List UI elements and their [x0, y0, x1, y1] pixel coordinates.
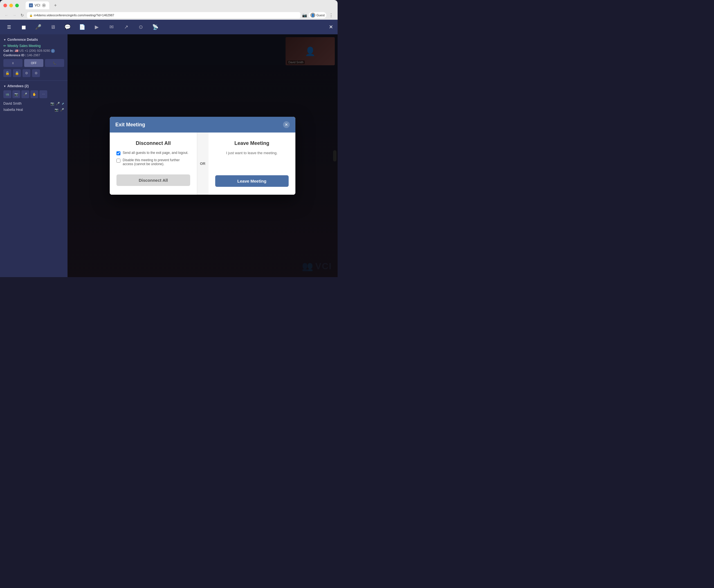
video-ctrl[interactable]: 📹 [3, 90, 11, 98]
attendee-name-david: David Smith [3, 102, 49, 105]
browser-toolbar: ← → ↻ 🔒 m4demo.videoconferencinginfo.com… [0, 11, 338, 20]
app-body: ▼ Conference Details ✏ Weekly Sales Meet… [0, 34, 338, 277]
traffic-light-red[interactable] [3, 4, 7, 7]
disconnect-all-button[interactable]: Disconnect All [117, 174, 190, 186]
video-icon[interactable]: ◼ [19, 22, 28, 31]
send-guests-checkbox[interactable] [117, 151, 120, 155]
control-row-1: ⏸ OFF 📞 [3, 59, 64, 67]
attendees-arrow-icon: ▼ [3, 85, 6, 88]
screen-share-icon[interactable]: 🖥 [48, 22, 57, 31]
hold-button[interactable]: ⏸ [3, 59, 22, 67]
conference-details-title: ▼ Conference Details [3, 38, 64, 42]
modal-header: Exit Meeting ✕ [110, 117, 295, 132]
guest-button[interactable]: 👤 Guest [309, 12, 326, 18]
checkbox-row-1: Send all guests to the exit page, and lo… [117, 151, 190, 155]
edit-icon: ✏ [3, 44, 6, 48]
tab-favicon: V [29, 3, 33, 7]
info-icon[interactable]: i [51, 49, 55, 53]
send-guests-label: Send all guests to the exit page, and lo… [123, 151, 188, 155]
back-button[interactable]: ← [3, 12, 9, 18]
control-row-2: 🔓 🔒 ⚙ ⚙ [3, 69, 64, 77]
attendee-camera-icon-isabella[interactable]: 📷 [55, 108, 59, 112]
main-content: 👤 David Smith 👤 👥 VCI Exit Meeting ✕ [67, 34, 338, 277]
microphone-icon[interactable]: 🎤 [34, 22, 43, 31]
attendees-section: ▼ Attendees (2) 📹 📷 🎤 ✋ ⋯ David Smith 📷 … [0, 81, 67, 116]
call-button[interactable]: 📞 [45, 59, 64, 67]
modal-close-button[interactable]: ✕ [283, 121, 290, 128]
lock-icon: 🔒 [29, 14, 33, 17]
video-off-ctrl[interactable]: 📷 [13, 90, 20, 98]
close-app-button[interactable]: ✕ [329, 24, 333, 30]
conference-id-detail: Conference ID : 146-2987 [3, 54, 64, 57]
meeting-name: ✏ Weekly Sales Meeting [3, 44, 64, 48]
browser-chrome: V VCI × + ← → ↻ 🔒 m4demo.videoconferenci… [0, 0, 338, 20]
add-tab-button[interactable]: + [52, 2, 58, 8]
close-tab-button[interactable]: × [42, 3, 46, 7]
camera-icon: 📷 [302, 13, 307, 17]
modal-title: Exit Meeting [115, 122, 145, 128]
address-bar[interactable]: 🔒 m4demo.videoconferencinginfo.com/meeti… [27, 12, 300, 18]
traffic-light-green[interactable] [15, 4, 19, 7]
modal-body: Disconnect All Send all guests to the ex… [110, 132, 295, 195]
call-in-detail: Call In: 🇺🇸 US +1 (206) 928-9280 i [3, 49, 64, 53]
leave-section: Leave Meeting I just want to leave the m… [208, 132, 296, 195]
attendees-title: ▼ Attendees (2) [3, 84, 64, 88]
browser-titlebar: V VCI × + [0, 0, 338, 11]
mute-button[interactable]: OFF [24, 59, 43, 67]
mic-ctrl[interactable]: 🎤 [21, 90, 29, 98]
media-icon[interactable]: ▶ [92, 22, 101, 31]
sidebar: ▼ Conference Details ✏ Weekly Sales Meet… [0, 34, 67, 277]
app-toolbar: ☰ ◼ 🎤 🖥 💬 📄 ▶ ✉ ↗ ⊙ 📡 ✕ [0, 20, 338, 34]
disable-meeting-label: Disable this meeting to prevent further … [123, 158, 190, 166]
security-button[interactable]: 🔒 [13, 69, 21, 77]
attendee-controls: 📹 📷 🎤 ✋ ⋯ [3, 90, 64, 98]
or-divider: OR [197, 132, 208, 195]
email-icon[interactable]: ✉ [107, 22, 116, 31]
disable-meeting-checkbox[interactable] [117, 159, 120, 163]
exit-meeting-modal: Exit Meeting ✕ Disconnect All Send all g… [110, 117, 295, 195]
attendee-mic-icon-isabella[interactable]: 🎤 [60, 108, 64, 112]
leave-meeting-button[interactable]: Leave Meeting [215, 175, 289, 187]
browser-menu-button[interactable]: ⋮ [328, 12, 334, 18]
settings-button[interactable]: ⚙ [22, 69, 30, 77]
refresh-button[interactable]: ↻ [19, 12, 25, 18]
conference-details-section: ▼ Conference Details ✏ Weekly Sales Meet… [0, 34, 67, 81]
attendee-camera-icon-david[interactable]: 📷 [50, 102, 54, 105]
gear-button[interactable]: ⚙ [32, 69, 40, 77]
chat-icon[interactable]: 💬 [63, 22, 72, 31]
modal-overlay[interactable]: Exit Meeting ✕ Disconnect All Send all g… [67, 34, 338, 277]
attendee-arrow-icon-david[interactable]: ⬈ [62, 102, 64, 105]
leave-title: Leave Meeting [215, 140, 289, 146]
url-text: m4demo.videoconferencinginfo.com/meeting… [34, 14, 114, 17]
flag-icon: 🇺🇸 [15, 49, 19, 52]
app-container: ☰ ◼ 🎤 🖥 💬 📄 ▶ ✉ ↗ ⊙ 📡 ✕ ▼ Conference Det… [0, 20, 338, 277]
invite-icon[interactable]: ↗ [122, 22, 130, 31]
more-ctrl[interactable]: ⋯ [39, 90, 47, 98]
broadcast-icon[interactable]: 📡 [151, 22, 160, 31]
attendee-name-isabella: Isabella Heal [3, 108, 53, 112]
attendee-item-isabella: Isabella Heal 📷 🎤 [3, 107, 64, 113]
arrow-icon: ▼ [3, 38, 6, 41]
traffic-light-yellow[interactable] [9, 4, 13, 7]
lock-ctrl-button[interactable]: 🔓 [3, 69, 11, 77]
leave-subtitle: I just want to leave the meeting. [215, 151, 289, 155]
guest-avatar: 👤 [310, 13, 315, 18]
forward-button[interactable]: → [11, 12, 17, 18]
disconnect-section: Disconnect All Send all guests to the ex… [110, 132, 197, 195]
attendee-mic-icon-david[interactable]: 🎤 [56, 102, 60, 105]
disconnect-title: Disconnect All [117, 140, 190, 146]
attendee-item-david: David Smith 📷 🎤 ⬈ [3, 101, 64, 107]
tab-title: VCI [35, 3, 40, 7]
checkbox-row-2: Disable this meeting to prevent further … [117, 158, 190, 166]
document-icon[interactable]: 📄 [78, 22, 87, 31]
hand-ctrl[interactable]: ✋ [30, 90, 38, 98]
hamburger-menu-icon[interactable]: ☰ [4, 22, 14, 31]
guest-label: Guest [316, 14, 324, 17]
browser-tab[interactable]: V VCI × [26, 1, 49, 9]
record-icon[interactable]: ⊙ [136, 22, 145, 31]
